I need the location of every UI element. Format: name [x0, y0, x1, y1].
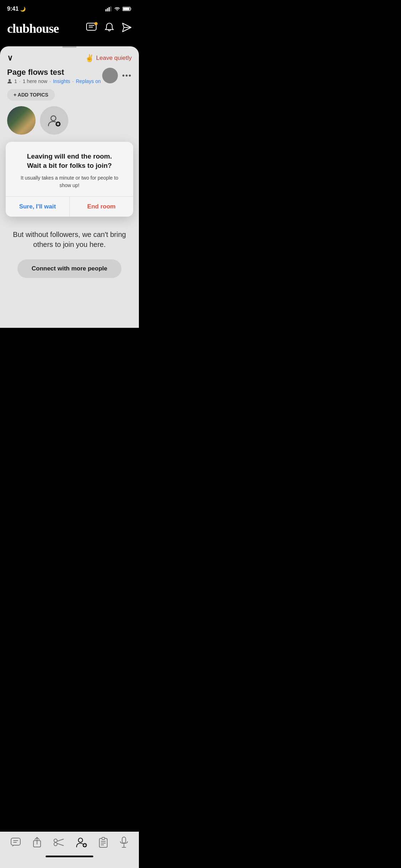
room-meta: 1 · 1 here now · Insights · Replays on — [7, 78, 102, 84]
add-speaker-button[interactable] — [40, 106, 68, 135]
dialog-body: Leaving will end the room.Wait a bit for… — [6, 142, 133, 196]
sheet-top-bar: ∨ ✌️ Leave quietly — [0, 48, 139, 66]
dialog-title: Leaving will end the room.Wait a bit for… — [14, 152, 125, 170]
replays-on-link[interactable]: Replays on — [76, 78, 101, 84]
nav-icons — [86, 22, 132, 35]
status-icons — [105, 6, 132, 11]
toolbar-spacer — [0, 285, 139, 328]
peace-emoji: ✌️ — [85, 54, 94, 62]
leave-quietly-button[interactable]: ✌️ Leave quietly — [85, 54, 132, 62]
svg-rect-6 — [131, 8, 132, 10]
message-icon[interactable] — [86, 23, 97, 34]
member-count: 1 — [14, 78, 17, 84]
here-now: 1 here now — [23, 78, 47, 84]
signal-icon — [105, 6, 112, 11]
more-options-button[interactable]: ••• — [122, 72, 132, 80]
record-indicator — [102, 68, 118, 83]
svg-rect-1 — [107, 8, 108, 11]
svg-rect-3 — [110, 6, 111, 11]
no-followers-text: But without followers, we can't bring ot… — [11, 229, 128, 249]
bottom-content: But without followers, we can't bring ot… — [0, 217, 139, 285]
battery-icon — [123, 6, 132, 11]
person-icon — [7, 79, 12, 84]
bell-icon[interactable] — [105, 22, 114, 35]
dialog-subtitle: It usually takes a minute or two for peo… — [14, 174, 125, 189]
message-dot — [94, 22, 98, 25]
room-title-area: Page flows test 1 · 1 here now · Insight… — [7, 68, 102, 84]
top-nav: clubhouse — [0, 18, 139, 43]
speaker-avatar-1[interactable] — [7, 106, 36, 135]
leave-quietly-label: Leave quietly — [96, 55, 132, 62]
leave-dialog: Leaving will end the room.Wait a bit for… — [6, 142, 133, 217]
avatar-image — [7, 106, 36, 135]
wait-button[interactable]: Sure, I'll wait — [6, 197, 69, 217]
speakers-row — [0, 100, 139, 135]
dialog-actions: Sure, I'll wait End room — [6, 197, 133, 217]
moon-icon: 🌙 — [20, 6, 26, 12]
svg-rect-2 — [109, 7, 110, 11]
chevron-down-icon[interactable]: ∨ — [7, 53, 13, 63]
status-bar: 9:41 🌙 — [0, 0, 139, 18]
dialog-overlay: Leaving will end the room.Wait a bit for… — [6, 142, 133, 217]
svg-rect-5 — [123, 8, 130, 10]
add-topics-button[interactable]: + ADD TOPICS — [7, 89, 55, 100]
wifi-icon — [114, 6, 120, 11]
add-person-icon — [48, 114, 61, 127]
room-right: ••• — [102, 68, 132, 83]
room-title: Page flows test — [7, 68, 102, 77]
time-display: 9:41 — [7, 6, 19, 12]
insights-link[interactable]: Insights — [53, 78, 70, 84]
end-room-button[interactable]: End room — [70, 197, 134, 217]
connect-more-people-button[interactable]: Connect with more people — [17, 259, 122, 278]
status-time: 9:41 🌙 — [7, 6, 26, 12]
send-icon[interactable] — [122, 22, 132, 35]
svg-point-9 — [9, 79, 11, 81]
svg-point-10 — [51, 116, 56, 121]
svg-rect-0 — [105, 9, 106, 11]
room-header: Page flows test 1 · 1 here now · Insight… — [0, 66, 139, 84]
main-sheet: ∨ ✌️ Leave quietly Page flows test 1 · 1… — [0, 46, 139, 328]
app-logo: clubhouse — [7, 21, 59, 36]
